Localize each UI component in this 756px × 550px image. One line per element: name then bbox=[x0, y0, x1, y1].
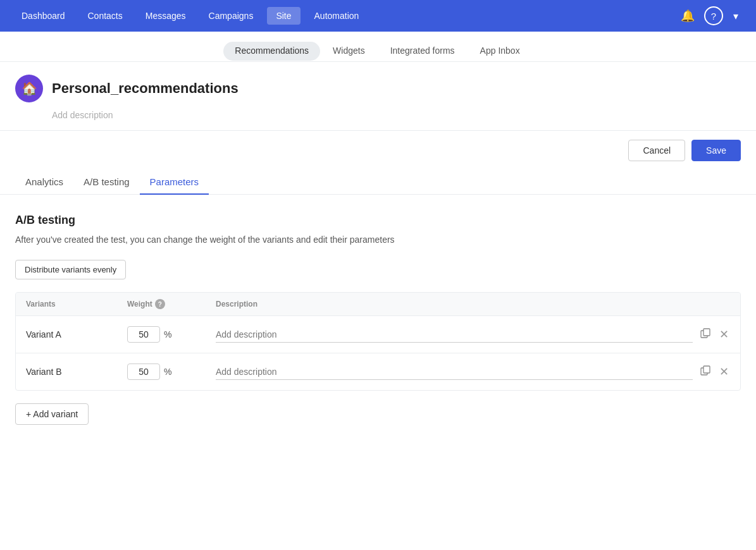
subnav-integrated-forms[interactable]: Integrated forms bbox=[378, 40, 468, 62]
variant-a-weight-input[interactable] bbox=[127, 326, 160, 343]
account-chevron-icon[interactable]: ▾ bbox=[728, 6, 743, 26]
page-header: 🏠 Personal_recommendations bbox=[0, 62, 756, 107]
page-description-area: Add description bbox=[0, 107, 756, 131]
tab-ab-testing[interactable]: A/B testing bbox=[73, 170, 140, 195]
nav-item-messages[interactable]: Messages bbox=[137, 7, 195, 25]
ab-section-description: After you've created the test, you can c… bbox=[15, 235, 741, 245]
variant-b-copy-icon[interactable] bbox=[699, 364, 712, 379]
page-icon: 🏠 bbox=[15, 75, 43, 102]
variant-b-name: Variant B bbox=[26, 367, 127, 377]
variant-a-weight-cell: % bbox=[127, 326, 216, 343]
svg-rect-1 bbox=[703, 329, 710, 336]
main-content: A/B testing After you've created the tes… bbox=[0, 195, 756, 444]
col-header-description: Description bbox=[216, 299, 730, 309]
svg-rect-3 bbox=[703, 366, 710, 373]
col-header-variants: Variants bbox=[26, 299, 127, 309]
subnav-recommendations[interactable]: Recommendations bbox=[223, 42, 320, 61]
actions-row: Cancel Save bbox=[0, 131, 756, 170]
help-icon[interactable]: ? bbox=[704, 6, 723, 25]
tab-analytics[interactable]: Analytics bbox=[15, 170, 73, 195]
variant-a-delete-icon[interactable]: ✕ bbox=[718, 326, 730, 343]
variant-b-pct-label: % bbox=[164, 367, 171, 377]
table-row: Variant B % ✕ bbox=[16, 353, 740, 390]
distribute-variants-button[interactable]: Distribute variants evenly bbox=[15, 260, 126, 279]
nav-item-site[interactable]: Site bbox=[267, 7, 300, 25]
sub-navigation: Recommendations Widgets Integrated forms… bbox=[0, 32, 756, 62]
table-header: Variants Weight ? Description bbox=[16, 293, 740, 316]
variant-a-name: Variant A bbox=[26, 329, 127, 339]
tab-parameters[interactable]: Parameters bbox=[140, 170, 209, 195]
subnav-app-inbox[interactable]: App Inbox bbox=[468, 40, 533, 62]
variant-b-weight-input[interactable] bbox=[127, 364, 160, 380]
ab-section-title: A/B testing bbox=[15, 214, 741, 227]
add-variant-button[interactable]: + Add variant bbox=[15, 403, 89, 425]
cancel-button[interactable]: Cancel bbox=[628, 140, 685, 161]
col-header-weight: Weight ? bbox=[127, 299, 216, 309]
variant-b-description-cell: ✕ bbox=[216, 364, 730, 380]
variant-a-description-cell: ✕ bbox=[216, 326, 730, 343]
variant-a-description-input[interactable] bbox=[216, 327, 693, 343]
variant-a-copy-icon[interactable] bbox=[699, 327, 712, 342]
top-navigation: Dashboard Contacts Messages Campaigns Si… bbox=[0, 0, 756, 32]
nav-item-automation[interactable]: Automation bbox=[306, 7, 368, 25]
weight-help-icon[interactable]: ? bbox=[155, 299, 165, 309]
variant-b-description-input[interactable] bbox=[216, 364, 693, 380]
table-row: Variant A % ✕ bbox=[16, 316, 740, 353]
subnav-widgets[interactable]: Widgets bbox=[320, 40, 378, 62]
description-placeholder: Add description bbox=[52, 110, 113, 120]
variant-b-weight-cell: % bbox=[127, 364, 216, 380]
variant-b-delete-icon[interactable]: ✕ bbox=[718, 364, 730, 380]
nav-item-dashboard[interactable]: Dashboard bbox=[13, 7, 74, 25]
nav-item-campaigns[interactable]: Campaigns bbox=[200, 7, 263, 25]
notifications-icon[interactable]: 🔔 bbox=[676, 4, 699, 27]
page-title: Personal_recommendations bbox=[52, 80, 239, 97]
tab-bar: Analytics A/B testing Parameters bbox=[0, 170, 756, 195]
save-button[interactable]: Save bbox=[691, 140, 741, 161]
variant-a-pct-label: % bbox=[164, 329, 171, 339]
variants-table: Variants Weight ? Description Variant A … bbox=[15, 292, 741, 391]
nav-item-contacts[interactable]: Contacts bbox=[79, 7, 132, 25]
